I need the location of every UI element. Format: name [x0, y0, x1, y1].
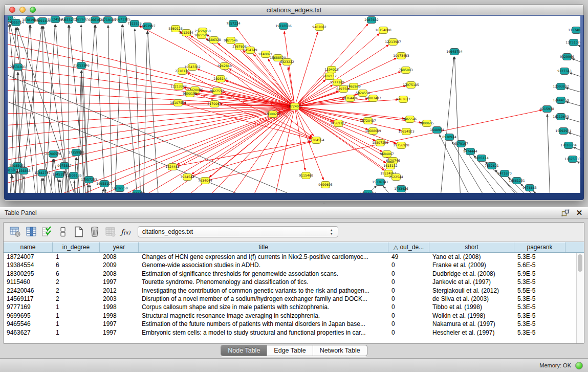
table-cell: 2008	[100, 253, 139, 261]
table-row[interactable]: 946554611997Estimation of the future num…	[4, 320, 577, 328]
table-cell: Estimation of the future numbers of pati…	[139, 320, 388, 328]
graph-edge	[148, 31, 159, 193]
table-row[interactable]: 2242004622012Investigating the contribut…	[4, 287, 577, 295]
table-cell: 9463627	[4, 329, 53, 337]
graph-edge	[547, 114, 550, 193]
table-row[interactable]: 1830029562008Estimation of significance …	[4, 270, 577, 278]
table-cell: 2	[53, 287, 100, 295]
table-panel-body: ƒ(x) citations_edges.txt ▲▼ namein_degre…	[0, 218, 588, 358]
table-cell: Disruption of a novel member of a sodium…	[139, 295, 388, 303]
graph-node-label: 8454749	[243, 48, 257, 52]
column-header-out_de[interactable]: △ out_de...	[388, 242, 429, 252]
table-cell: 0	[388, 303, 429, 311]
close-panel-icon[interactable]: ✕	[575, 209, 584, 216]
graph-node-label: 18724007	[287, 104, 303, 108]
import-table-icon[interactable]	[104, 225, 117, 238]
network-graph[interactable]: 8601222240557141838190430691406151245541…	[8, 16, 580, 193]
graph-node-label: 9242848	[217, 64, 232, 68]
scrollbar-thumb[interactable]	[578, 254, 582, 272]
table-cell: 5.5E-5	[514, 287, 565, 295]
graph-node-label: 10807487	[365, 96, 381, 100]
table-row[interactable]: 1872400712008Changes of HCN gene express…	[4, 253, 577, 261]
table-cell: 5.3E-5	[514, 329, 565, 337]
graph-node-label: 8170064	[207, 102, 222, 105]
graph-edge	[45, 25, 55, 193]
function-builder-icon[interactable]: ƒ(x)	[121, 228, 130, 236]
graph-node-label: 16210643	[553, 115, 569, 118]
graph-node-label: 16782759	[112, 186, 128, 190]
graph-node-label: 12444159	[553, 98, 569, 102]
table-row[interactable]: 911546021997Tourette syndrome. Phenomeno…	[4, 278, 577, 286]
table-header-row: namein_degreeyeartitle△ out_de...shortpa…	[4, 242, 584, 253]
graph-node-label: 14569117	[330, 121, 346, 125]
graph-edge	[236, 28, 295, 106]
column-header-year[interactable]: year	[100, 242, 139, 252]
table-settings-icon[interactable]	[9, 225, 22, 238]
tab-edge-table[interactable]: Edge Table	[267, 345, 312, 356]
table-cell: 2009	[100, 261, 139, 269]
table-toolbar: ƒ(x) citations_edges.txt ▲▼	[4, 223, 584, 241]
graph-node-label: 10973493	[393, 54, 409, 57]
network-window: citations_edges.txt 86012222405571418381…	[4, 4, 584, 201]
table-selector[interactable]: citations_edges.txt ▲▼	[138, 226, 338, 237]
table-row[interactable]: 946362711997Embryonic stem cells: a mode…	[4, 329, 577, 337]
column-header-in_degree[interactable]: in_degree	[53, 242, 100, 252]
status-bar: Memory: OK	[0, 358, 588, 372]
graph-node-label: 2718126	[175, 69, 189, 73]
table-row[interactable]: 1456911722003Disruption of a novel membe…	[4, 295, 577, 303]
graph-edge	[8, 24, 295, 106]
new-table-icon[interactable]	[72, 225, 85, 238]
float-panel-icon[interactable]	[561, 209, 570, 216]
table-cell: Investigating the contribution of common…	[139, 287, 388, 295]
select-rows-icon[interactable]	[40, 225, 54, 238]
graph-edge	[295, 106, 368, 129]
table-cell: 1	[53, 253, 100, 261]
table-vertical-scrollbar[interactable]	[576, 253, 584, 343]
network-canvas[interactable]: 8601222240557141838190430691406151245541…	[8, 16, 580, 193]
graph-node-label: 15720407	[360, 119, 376, 122]
graph-node-label: 25053346	[73, 63, 90, 67]
table-cell: Hescheler et al. (1997)	[429, 329, 514, 337]
graph-edge	[82, 25, 95, 193]
graph-node-label: 7485083	[399, 68, 413, 72]
column-visibility-icon[interactable]	[25, 225, 38, 238]
graph-edge	[295, 106, 363, 120]
table-cell: Estimation of significance thresholds fo…	[139, 270, 388, 278]
graph-node-label: 12975105	[403, 83, 419, 86]
column-header-short[interactable]: short	[429, 242, 514, 252]
graph-node-label: 15136141	[372, 180, 388, 184]
window-titlebar[interactable]: citations_edges.txt	[4, 4, 584, 15]
column-header-pagerank[interactable]: pagerank	[514, 242, 565, 252]
table-cell: 1	[53, 312, 100, 320]
table-cell: 2	[53, 295, 100, 303]
graph-node-label: 1527602	[74, 17, 88, 21]
table-row[interactable]: 969969511998Structural magnetic resonanc…	[4, 312, 577, 320]
graph-node-label: 9462002	[312, 25, 326, 29]
graph-node-label: 9463627	[396, 97, 410, 101]
graph-node-label: 2935114	[474, 156, 489, 160]
graph-node-label: 9890155	[183, 92, 197, 95]
graph-edge	[179, 86, 312, 138]
graph-edge	[454, 57, 461, 193]
memory-status-label: Memory: OK	[539, 362, 571, 368]
table-row[interactable]: 977716911998Corpus callosum shape and si…	[4, 303, 577, 311]
graph-node-label: 1615132	[383, 164, 398, 167]
tab-network-table[interactable]: Network Table	[313, 345, 367, 356]
graph-edge	[203, 106, 295, 193]
tab-node-table[interactable]: Node Table	[221, 345, 267, 356]
graph-edge	[8, 106, 295, 180]
graph-node-label: 10688609	[365, 129, 381, 133]
graph-node-label: 15692931	[555, 129, 572, 133]
table-cell: Genome-wide association studies in ADHD.	[139, 261, 388, 269]
column-header-title[interactable]: title	[139, 242, 388, 252]
graph-node-label: 9329966	[560, 55, 574, 58]
table-row[interactable]: 1938455462009Genome-wide association stu…	[4, 261, 577, 269]
row-height-icon[interactable]	[56, 225, 70, 238]
table-cell: 0	[388, 261, 429, 269]
graph-node-label: 8471670	[497, 171, 512, 175]
table-cell: 49	[388, 253, 429, 261]
delete-table-icon[interactable]	[88, 225, 101, 238]
column-header-name[interactable]: name	[4, 242, 53, 252]
splitter-grip[interactable]: ⌃	[322, 203, 328, 206]
graph-node-label: 16958107	[96, 182, 113, 185]
